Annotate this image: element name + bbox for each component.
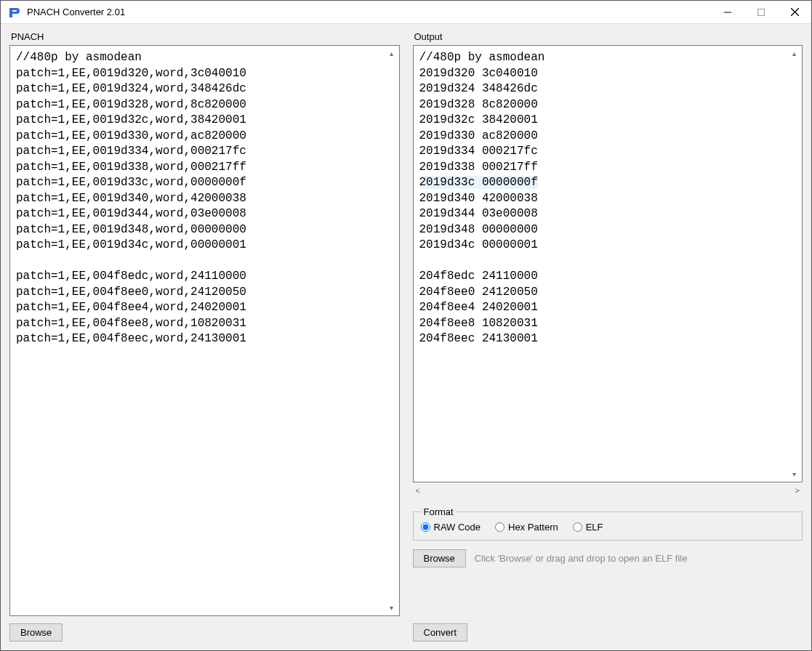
output-text-post: 2019d340 42000038 2019d344 03e00008 2019… [419,192,538,346]
window-title: PNACH Converter 2.01 [27,7,125,17]
pnach-textarea-wrap: //480p by asmodean patch=1,EE,0019d320,w… [9,45,400,616]
close-button[interactable] [778,1,811,23]
scroll-down-icon[interactable]: ▾ [788,468,800,480]
svg-rect-1 [758,9,765,15]
app-window: PNACH Converter 2.01 PNACH //480p by asm… [0,0,812,651]
convert-button[interactable]: Convert [413,623,468,642]
titlebar: PNACH Converter 2.01 [1,1,811,24]
scroll-down-icon[interactable]: ▾ [385,602,398,614]
elf-row: Browse Click 'Browse' or drag and drop t… [413,549,803,567]
format-raw-label: RAW Code [434,522,481,533]
output-hscrollbar[interactable]: < > [413,484,803,496]
app-icon [7,4,23,20]
format-raw-radio[interactable] [421,522,430,532]
pnach-panel: PNACH //480p by asmodean patch=1,EE,0019… [9,31,400,616]
output-textarea-wrap: //480p by asmodean 2019d320 3c040010 201… [413,45,803,482]
output-panel: Output //480p by asmodean 2019d320 3c040… [413,31,803,616]
elf-browse-button[interactable]: Browse [413,549,466,567]
format-group: Format RAW Code Hex Pattern ELF [413,506,803,541]
format-elf-option[interactable]: ELF [573,522,603,533]
scroll-up-icon[interactable]: ▴ [385,47,398,60]
scroll-right-icon[interactable]: > [795,486,800,495]
minimize-button[interactable] [711,1,744,23]
scroll-left-icon[interactable]: < [416,486,420,495]
pnach-browse-button[interactable]: Browse [9,623,63,642]
scroll-up-icon[interactable]: ▴ [788,47,800,60]
maximize-button[interactable] [744,1,778,23]
output-textarea[interactable]: //480p by asmodean 2019d320 3c040010 201… [414,46,803,482]
format-hex-option[interactable]: Hex Pattern [495,522,558,533]
client-area: PNACH //480p by asmodean patch=1,EE,0019… [1,24,811,650]
format-elf-radio[interactable] [573,522,582,532]
output-label: Output [414,31,803,42]
format-hex-radio[interactable] [495,522,505,532]
format-elf-label: ELF [586,522,603,533]
elf-hint: Click 'Browse' or drag and drop to open … [475,553,688,564]
output-text-highlight: 2019d33c 0000000f [419,176,538,189]
output-text-pre: //480p by asmodean 2019d320 3c040010 201… [419,51,545,174]
pnach-textarea[interactable]: //480p by asmodean patch=1,EE,0019d320,w… [10,46,399,615]
format-raw-option[interactable]: RAW Code [421,522,481,533]
format-legend: Format [421,506,457,517]
format-hex-label: Hex Pattern [508,522,558,533]
window-controls [711,1,811,23]
pnach-label: PNACH [11,31,400,42]
footer-row: Browse Convert [9,623,803,642]
